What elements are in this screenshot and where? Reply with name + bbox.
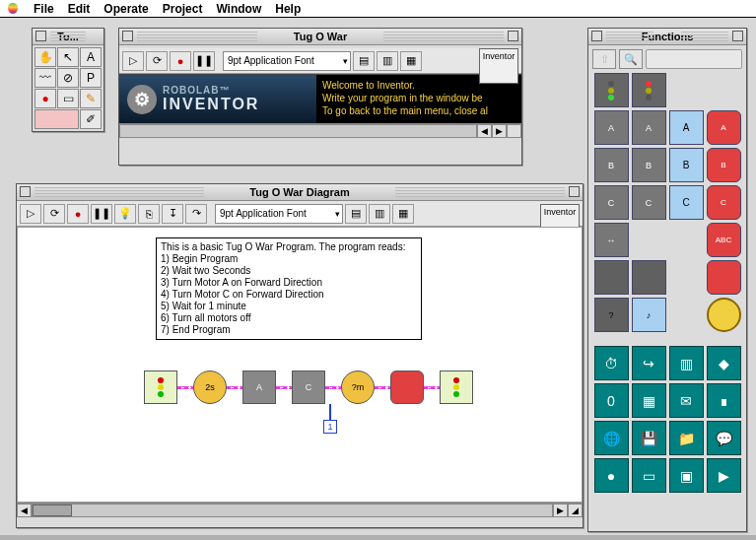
tools-close-icon[interactable] [35, 31, 46, 41]
inventor-close-icon[interactable] [122, 31, 133, 41]
sub1-icon[interactable] [594, 260, 629, 295]
abort-button[interactable]: ● [67, 204, 89, 224]
diagram-close-icon[interactable] [20, 186, 31, 197]
reorder-button[interactable]: ▥ [369, 204, 390, 224]
diagram-hscroll[interactable]: ◀ ▶ ◢ [17, 503, 583, 517]
pause-button[interactable]: ❚❚ [193, 51, 215, 71]
wire-tool-icon[interactable]: 〰 [34, 68, 56, 88]
traffic-green-icon[interactable] [594, 73, 629, 107]
sound-icon[interactable]: ♪ [632, 298, 666, 332]
menu-help[interactable]: Help [275, 2, 301, 16]
grow-icon[interactable]: ◢ [568, 504, 583, 517]
step-over-button[interactable]: ↷ [185, 204, 207, 224]
distribute-button[interactable]: ▦ [400, 51, 422, 71]
container-icon[interactable]: ▦ [632, 383, 666, 418]
jump-icon[interactable]: ↪ [632, 346, 666, 380]
scroll-left-icon[interactable]: ◀ [477, 124, 492, 138]
scroll-thumb[interactable] [33, 505, 72, 516]
scroll-right-icon[interactable]: ▶ [553, 504, 568, 517]
disk-icon[interactable]: 💾 [632, 421, 666, 455]
motor-a-fwd-icon[interactable]: A [594, 110, 629, 145]
light2-icon[interactable]: ● [594, 458, 629, 493]
run-button[interactable]: ▷ [122, 51, 144, 71]
search-icon[interactable]: 🔍 [619, 49, 643, 69]
comment-box[interactable]: This is a basic Tug O War Program. The p… [156, 237, 422, 340]
wait-2s-node[interactable]: 2s [193, 371, 227, 404]
search-field[interactable] [646, 49, 742, 69]
probe-tool-icon[interactable]: P [80, 68, 102, 88]
wait-time-icon[interactable]: ⏱ [594, 346, 629, 380]
camera-icon[interactable]: ▶ [707, 458, 741, 493]
motor-a-node[interactable]: A [242, 371, 276, 404]
paint-tool-icon[interactable]: ▭ [57, 89, 79, 108]
folder-icon[interactable]: 📁 [669, 421, 704, 455]
brush-tool-icon[interactable]: ✐ [80, 109, 102, 129]
motor-c-node[interactable]: C [292, 371, 325, 404]
globe-icon[interactable]: 🌐 [594, 421, 629, 455]
chip-icon[interactable]: ▣ [669, 458, 704, 493]
arrow-tool-icon[interactable]: ↖ [57, 47, 79, 67]
stop-a-icon[interactable]: A [707, 110, 741, 145]
motor-a-rev-icon[interactable]: A [632, 110, 666, 145]
run-button[interactable]: ▷ [20, 204, 41, 224]
retain-button[interactable]: ⎘ [138, 204, 160, 224]
tools-titlebar[interactable]: To... [33, 29, 103, 45]
color-swatch[interactable] [34, 109, 79, 129]
functions-close-icon[interactable] [591, 31, 602, 41]
numeric-constant[interactable]: 1 [323, 420, 337, 434]
task-icon[interactable]: ? [594, 298, 629, 332]
begin-node[interactable] [144, 371, 177, 404]
menu-project[interactable]: Project [163, 2, 203, 16]
text-tool-icon[interactable]: A [80, 47, 102, 67]
zero-icon[interactable]: 0 [594, 383, 629, 418]
inventor-hscroll[interactable]: ◀ ▶ [119, 123, 521, 138]
hand-tool-icon[interactable]: ✋ [34, 47, 56, 67]
distribute-button[interactable]: ▦ [392, 204, 414, 224]
inventor-titlebar[interactable]: Tug O War [119, 29, 521, 45]
menu-edit[interactable]: Edit [68, 2, 91, 16]
grow-icon[interactable] [507, 124, 521, 138]
align-button[interactable]: ▤ [345, 204, 367, 224]
scroll-left-icon[interactable]: ◀ [17, 504, 32, 517]
diagram-zoom-icon[interactable] [569, 186, 580, 197]
motor-c-rev-icon[interactable]: C [632, 185, 666, 220]
step-into-button[interactable]: ↧ [162, 204, 183, 224]
functions-titlebar[interactable]: Functions [588, 29, 746, 45]
stop-all-node[interactable] [390, 371, 424, 404]
motor-c-flip-icon[interactable]: C [669, 185, 704, 220]
record-tool-icon[interactable]: ● [34, 89, 56, 108]
menu-operate[interactable]: Operate [103, 2, 148, 16]
lamp-icon[interactable] [707, 298, 741, 332]
apple-menu-icon[interactable] [6, 2, 20, 16]
stop-generic-icon[interactable] [707, 260, 741, 295]
pause-button[interactable]: ❚❚ [91, 204, 112, 224]
motor-b-flip-icon[interactable]: B [669, 148, 704, 182]
brick-icon[interactable]: ▭ [632, 458, 666, 493]
highlight-button[interactable]: 💡 [114, 204, 136, 224]
font-select[interactable]: 9pt Application Font [223, 51, 351, 71]
sub2-icon[interactable] [632, 260, 666, 295]
align-button[interactable]: ▤ [353, 51, 375, 71]
font-select[interactable]: 9pt Application Font [215, 204, 343, 224]
functions-zoom-icon[interactable] [732, 31, 743, 41]
speech-icon[interactable]: 💬 [707, 421, 741, 455]
reorder-button[interactable]: ▥ [377, 51, 398, 71]
motor-all-fwd-icon[interactable]: ↔ [594, 223, 629, 257]
run-cont-button[interactable]: ⟳ [43, 204, 65, 224]
motor-b-rev-icon[interactable]: B [632, 148, 666, 182]
mail-icon[interactable]: ✉ [669, 383, 704, 418]
mode-tab-inventor[interactable]: Inventor [479, 48, 518, 84]
motor-a-flip-icon[interactable]: A [669, 110, 704, 145]
menu-file[interactable]: File [34, 2, 54, 16]
end-node[interactable] [440, 371, 473, 404]
diagram-canvas[interactable]: This is a basic Tug O War Program. The p… [17, 227, 583, 503]
scroll-right-icon[interactable]: ▶ [492, 124, 507, 138]
abort-button[interactable]: ● [170, 51, 191, 71]
stop-c-icon[interactable]: C [707, 185, 741, 220]
motor-c-fwd-icon[interactable]: C [594, 185, 629, 220]
candle-icon[interactable]: ∎ [707, 383, 741, 418]
breakpoint-tool-icon[interactable]: ⊘ [57, 68, 79, 88]
stop-abc-icon[interactable]: ABC [707, 223, 741, 257]
menu-window[interactable]: Window [216, 2, 261, 16]
piano-icon[interactable]: ▥ [669, 346, 704, 380]
